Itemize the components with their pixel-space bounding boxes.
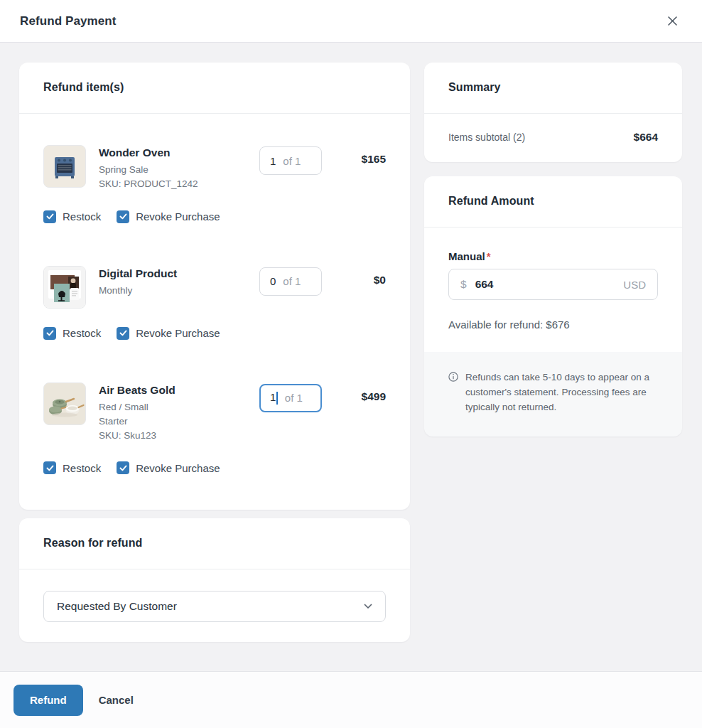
checkbox-checked-icon [43,210,56,223]
quantity-value: 0 [270,275,276,287]
available-for-refund-text: Available for refund: $676 [448,318,658,331]
restock-checkbox[interactable]: Restock [43,327,101,340]
product-thumbnail-cookware [43,382,86,425]
refund-items-list: Wonder Oven Spring Sale SKU: PRODUCT_124… [19,114,410,510]
refund-amount-heading: Refund Amount [448,195,658,208]
left-column: Refund item(s) [19,63,410,642]
item-options-row: Restock Revoke Purchase [43,327,386,340]
item-subtitle: Spring Sale [99,163,259,177]
refund-amount-header: Refund Amount [424,176,682,228]
item-row: Air Beats Gold Red / Small Starter SKU: … [43,382,386,444]
quantity-value: 1 [270,155,276,167]
manual-amount-input-group: $ USD [448,269,658,300]
reason-heading: Reason for refund [43,537,386,550]
info-icon [448,372,458,382]
refund-item-wonder-oven: Wonder Oven Spring Sale SKU: PRODUCT_124… [43,145,386,223]
item-options-row: Restock Revoke Purchase [43,461,386,474]
refund-reason-select[interactable]: Requested By Customer [43,591,386,622]
revoke-purchase-label: Revoke Purchase [136,210,220,223]
restock-label: Restock [63,210,101,223]
item-info: Digital Product Monthly [99,266,259,298]
item-row: Digital Product Monthly 0 of 1 $0 [43,266,386,309]
item-info: Wonder Oven Spring Sale SKU: PRODUCT_124… [99,145,259,192]
revoke-purchase-checkbox[interactable]: Revoke Purchase [117,210,220,223]
manual-field-label: Manual* [448,250,658,262]
chevron-down-icon [364,604,372,609]
checkbox-checked-icon [43,461,56,474]
subtotal-label: Items subtotal (2) [448,132,525,143]
refund-item-digital-product: Digital Product Monthly 0 of 1 $0 [43,266,386,340]
item-options-row: Restock Revoke Purchase [43,210,386,223]
refund-amount-card: Refund Amount Manual* $ USD Available fo… [424,176,682,437]
reason-for-refund-card: Reason for refund Requested By Customer [19,518,410,642]
subtotal-value: $664 [634,131,658,144]
product-thumbnail-oven [43,145,86,188]
quantity-max-label: of 1 [285,392,303,404]
item-row: Wonder Oven Spring Sale SKU: PRODUCT_124… [43,145,386,192]
quantity-max-label: of 1 [283,275,301,287]
manual-amount-field[interactable] [475,278,615,291]
refund-button[interactable]: Refund [14,685,83,716]
revoke-purchase-checkbox[interactable]: Revoke Purchase [117,327,220,340]
text-cursor [276,392,278,405]
refund-items-header: Refund item(s) [19,63,410,114]
revoke-purchase-label: Revoke Purchase [136,462,220,474]
summary-card: Summary Items subtotal (2) $664 [424,63,682,162]
quantity-input[interactable]: 1 of 1 [259,146,322,175]
close-icon[interactable] [662,11,682,31]
item-title: Wonder Oven [99,146,259,159]
quantity-value: 1 [270,391,278,405]
item-variant: Red / Small [99,400,259,414]
selected-reason: Requested By Customer [57,600,177,613]
items-subtotal-row: Items subtotal (2) $664 [424,114,682,162]
restock-checkbox[interactable]: Restock [43,461,101,474]
modal-footer: Refund Cancel [0,671,702,728]
item-price: $499 [322,382,386,403]
reason-header: Reason for refund [19,518,410,569]
revoke-purchase-label: Revoke Purchase [136,327,220,339]
restock-checkbox[interactable]: Restock [43,210,101,223]
refund-item-air-beats-gold: Air Beats Gold Red / Small Starter SKU: … [43,382,386,475]
refund-note-text: Refunds can take 5-10 days to appear on … [465,370,658,415]
item-info: Air Beats Gold Red / Small Starter SKU: … [99,382,259,444]
quantity-input-focused[interactable]: 1 of 1 [259,384,322,412]
reason-body: Requested By Customer [19,569,410,642]
checkbox-checked-icon [117,210,129,223]
restock-label: Restock [63,462,101,474]
refund-amount-main: Refund Amount Manual* $ USD Available fo… [424,176,682,352]
refund-items-heading: Refund item(s) [43,81,386,94]
product-thumbnail-digital [43,266,86,309]
item-title: Digital Product [99,267,259,280]
quantity-input[interactable]: 0 of 1 [259,267,322,296]
checkbox-checked-icon [117,461,129,474]
quantity-max-label: of 1 [283,155,301,167]
modal-body: Refund item(s) [0,43,702,671]
item-subtitle: Monthly [99,284,259,298]
item-sku: SKU: Sku123 [99,429,259,443]
checkbox-checked-icon [43,327,56,340]
item-title: Air Beats Gold [99,384,259,397]
item-price: $165 [322,145,386,166]
restock-label: Restock [63,327,101,339]
item-sku: SKU: PRODUCT_1242 [99,177,259,191]
refund-amount-body: Manual* $ USD Available for refund: $676 [424,228,682,352]
currency-symbol: $ [460,278,467,291]
item-plan: Starter [99,414,259,429]
cancel-button[interactable]: Cancel [96,694,136,706]
refund-items-card: Refund item(s) [19,63,410,510]
summary-header: Summary [424,63,682,114]
required-asterisk: * [487,250,491,262]
item-price: $0 [322,266,386,287]
revoke-purchase-checkbox[interactable]: Revoke Purchase [117,461,220,474]
right-column: Summary Items subtotal (2) $664 Refund A… [424,63,682,437]
checkbox-checked-icon [117,327,129,340]
currency-code: USD [623,279,646,291]
summary-heading: Summary [448,81,658,94]
modal-header: Refund Payment [0,0,702,43]
page-title: Refund Payment [20,14,117,28]
refund-info-note: Refunds can take 5-10 days to appear on … [424,352,682,437]
